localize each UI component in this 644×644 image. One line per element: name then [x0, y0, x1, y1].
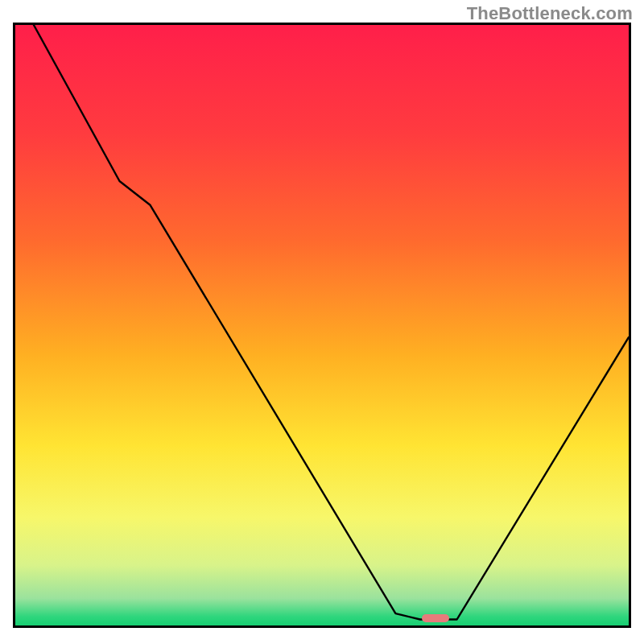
- highlighted-point-marker: [422, 614, 449, 622]
- plot-area: [15, 25, 629, 625]
- bottleneck-curve-svg: [15, 25, 629, 625]
- bottleneck-curve-path: [34, 25, 629, 620]
- plot-frame: [13, 23, 631, 628]
- watermark-text: TheBottleneck.com: [467, 3, 633, 24]
